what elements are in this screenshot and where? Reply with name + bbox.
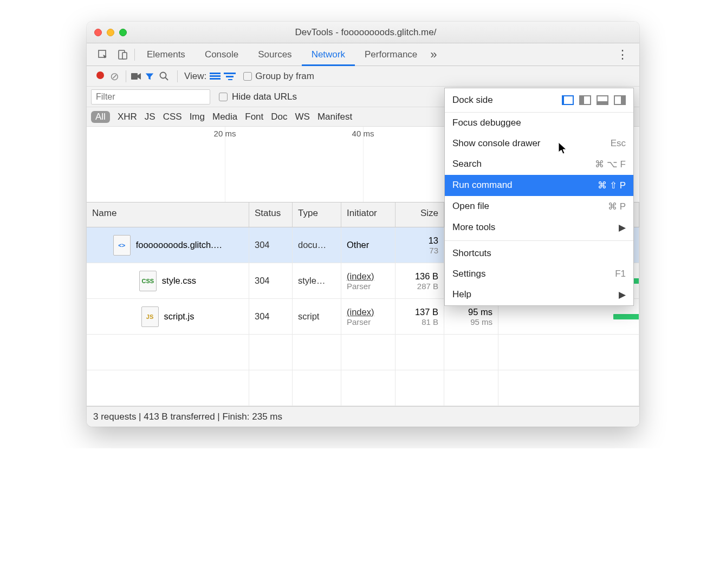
menu-item-open-file[interactable]: Open file⌘ P [445, 196, 633, 217]
request-name: foooooooods.glitch.… [136, 240, 223, 250]
col-initiator[interactable]: Initiator [341, 202, 396, 227]
col-status[interactable]: Status [249, 202, 293, 227]
camera-icon[interactable] [131, 72, 145, 81]
large-rows-icon[interactable] [210, 73, 224, 80]
tab-performance[interactable]: Performance [355, 43, 427, 66]
group-by-frame-label: Group by fram [255, 71, 314, 82]
request-name: script.js [164, 311, 195, 322]
tab-console[interactable]: Console [195, 43, 248, 66]
type-filter-js[interactable]: JS [145, 112, 155, 122]
dock-undock-icon[interactable] [562, 95, 574, 105]
menu-item-settings[interactable]: SettingsF1 [445, 264, 633, 284]
svg-rect-8 [210, 78, 221, 80]
svg-rect-3 [131, 73, 138, 80]
mouse-cursor [558, 142, 569, 155]
size-cell: 137 B81 B [396, 299, 444, 334]
type-cell: style… [293, 263, 341, 298]
view-label: View: [184, 71, 206, 82]
type-filter-img[interactable]: Img [190, 112, 205, 122]
close-window-button[interactable] [94, 29, 102, 36]
group-by-frame-checkbox[interactable] [243, 72, 252, 81]
device-toggle-icon[interactable] [113, 49, 132, 60]
dock-right-icon[interactable] [614, 95, 626, 105]
context-menu: Dock side Focus debuggeeShow console dra… [444, 88, 634, 306]
maximize-window-button[interactable] [119, 29, 127, 36]
col-name[interactable]: Name [87, 202, 249, 227]
type-filter-xhr[interactable]: XHR [118, 112, 137, 122]
type-filter-css[interactable]: CSS [163, 112, 182, 122]
file-type-icon: <> [113, 235, 131, 256]
menu-item-show-console-drawer[interactable]: Show console drawerEsc [445, 133, 633, 154]
type-filter-ws[interactable]: WS [295, 112, 310, 122]
minimize-window-button[interactable] [107, 29, 114, 36]
dock-side-options [562, 95, 626, 105]
hide-data-urls-checkbox[interactable] [219, 93, 228, 101]
timeline-tick: 20 ms [214, 129, 236, 138]
hide-data-urls-label: Hide data URLs [232, 92, 297, 102]
initiator-cell: (index)Parser [341, 299, 396, 334]
dock-bottom-icon[interactable] [597, 95, 608, 105]
request-name: style.css [162, 276, 196, 286]
more-tabs-icon[interactable]: » [430, 48, 437, 62]
menu-separator [445, 240, 633, 241]
devtools-window: DevTools - foooooooods.glitch.me/ Elemen… [87, 22, 639, 427]
type-filter-font[interactable]: Font [245, 112, 263, 122]
timeline-tick: 40 ms [352, 129, 374, 138]
menu-item-search[interactable]: Search⌘ ⌥ F [445, 154, 633, 175]
svg-rect-10 [226, 76, 234, 77]
separator [134, 49, 135, 61]
type-filter-doc[interactable]: Doc [271, 112, 287, 122]
svg-rect-11 [228, 79, 232, 80]
type-cell: script [293, 299, 341, 334]
overview-icon[interactable] [224, 73, 238, 80]
type-filter-manifest[interactable]: Manifest [317, 112, 352, 122]
clear-button[interactable]: ⊘ [107, 70, 121, 83]
search-icon[interactable] [159, 71, 173, 82]
status-cell: 304 [249, 227, 293, 263]
tab-elements[interactable]: Elements [137, 43, 195, 66]
filter-input[interactable] [91, 89, 210, 104]
status-cell: 304 [249, 263, 293, 298]
svg-line-5 [165, 77, 168, 80]
svg-rect-7 [210, 75, 221, 77]
dock-side-label: Dock side [452, 95, 562, 106]
type-filter-media[interactable]: Media [212, 112, 237, 122]
dock-left-icon[interactable] [579, 95, 591, 105]
status-bar: 3 requests | 413 B transferred | Finish:… [87, 406, 639, 427]
kebab-menu-icon[interactable]: ⋮ [612, 48, 633, 62]
record-button[interactable] [93, 71, 107, 82]
type-cell: docu… [293, 227, 341, 263]
inspect-icon[interactable] [93, 49, 113, 60]
svg-rect-6 [210, 73, 221, 74]
menu-item-more-tools[interactable]: More tools▶ [445, 217, 633, 238]
filter-icon[interactable] [145, 71, 159, 81]
tab-sources[interactable]: Sources [248, 43, 301, 66]
table-row-empty [87, 370, 639, 406]
menu-item-focus-debuggee[interactable]: Focus debuggee [445, 113, 633, 133]
menu-item-help[interactable]: Help▶ [445, 284, 633, 305]
file-type-icon: CSS [139, 271, 157, 291]
titlebar: DevTools - foooooooods.glitch.me/ [87, 22, 639, 43]
dock-side-row: Dock side [445, 88, 633, 113]
window-controls [94, 29, 127, 36]
network-toolbar: ⊘ View: Group by fram [87, 66, 639, 87]
separator [126, 70, 126, 82]
menu-item-run-command[interactable]: Run command⌘ ⇧ P [445, 175, 633, 196]
initiator-cell: Other [341, 227, 396, 263]
col-size[interactable]: Size [396, 202, 444, 227]
col-type[interactable]: Type [293, 202, 341, 227]
status-cell: 304 [249, 299, 293, 334]
type-filter-all[interactable]: All [91, 111, 110, 123]
size-cell: 136 B287 B [396, 263, 444, 298]
window-title: DevTools - foooooooods.glitch.me/ [127, 27, 605, 38]
menu-item-shortcuts[interactable]: Shortcuts [445, 243, 633, 264]
svg-rect-2 [122, 53, 127, 59]
initiator-cell: (index)Parser [341, 263, 396, 298]
svg-rect-9 [224, 73, 236, 74]
separator [177, 70, 178, 82]
size-cell: 1373 [396, 227, 444, 263]
svg-point-4 [160, 72, 166, 78]
tab-network[interactable]: Network [302, 44, 355, 66]
table-row-empty [87, 335, 639, 370]
main-tabs: Elements Console Sources Network Perform… [87, 43, 639, 66]
